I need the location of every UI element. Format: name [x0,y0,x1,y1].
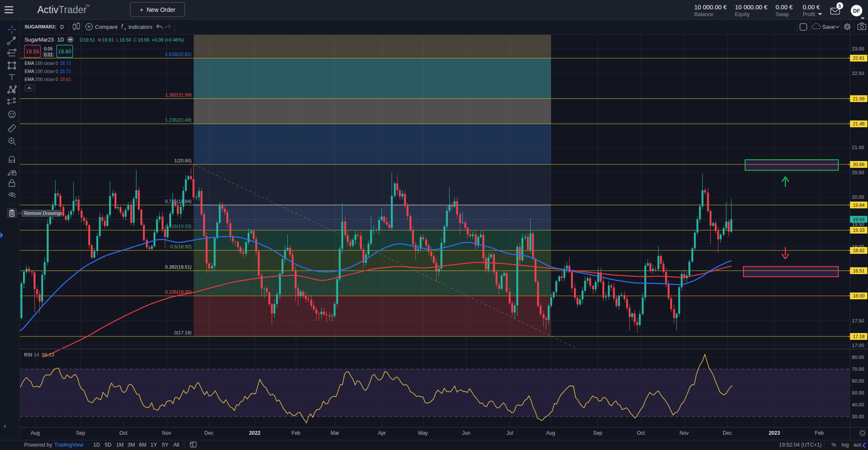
svg-text:TM: TM [85,4,90,8]
svg-text:TradingView: TradingView [54,442,84,448]
svg-text:1M: 1M [116,442,123,448]
svg-text:ActivTrader: ActivTrader [37,4,87,15]
svg-text:f: f [121,23,124,30]
svg-text:Equity: Equity [735,11,750,17]
svg-text:Powered by: Powered by [24,442,53,448]
svg-text:Compare: Compare [95,24,117,30]
svg-text:6M: 6M [139,442,146,448]
svg-text:DF: DF [853,8,860,14]
svg-text:0.00 €: 0.00 € [803,4,820,11]
svg-text:5Y: 5Y [162,442,169,448]
svg-text:19:52:04 (UTC+1): 19:52:04 (UTC+1) [779,442,821,448]
svg-text:%: % [832,442,836,448]
svg-text:SUGARMAR2:: SUGARMAR2: [25,24,56,29]
svg-text:3M: 3M [128,442,135,448]
svg-text:1Y: 1Y [150,442,157,448]
svg-text:Balance: Balance [694,11,713,17]
svg-text:Swap: Swap [776,11,789,17]
svg-text:log: log [842,442,849,448]
svg-text:+: + [140,6,143,13]
svg-text:x: x [124,27,126,31]
svg-text:1D: 1D [93,442,100,448]
svg-text:D: D [60,24,64,30]
svg-text:aut: aut [854,442,861,448]
svg-text:Indicators: Indicators [128,24,153,30]
svg-text:10 000.00 €: 10 000.00 € [694,4,727,11]
svg-text:5: 5 [838,3,841,8]
svg-text:Save: Save [822,24,835,30]
svg-text:Profit: Profit [803,11,815,17]
svg-text:New Order: New Order [147,6,175,13]
svg-text:All: All [173,442,179,448]
svg-text:5D: 5D [105,442,111,448]
svg-text:0.00 €: 0.00 € [776,4,793,11]
svg-text:10 000.00 €: 10 000.00 € [735,4,768,11]
